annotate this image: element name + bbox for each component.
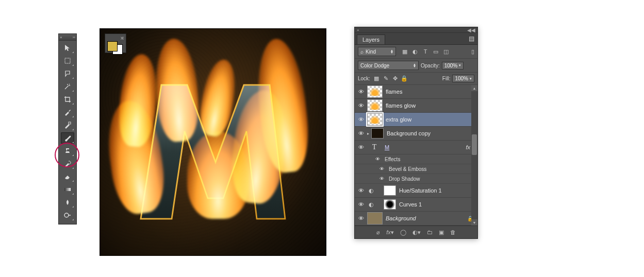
layer-thumbnail[interactable] [367,99,383,112]
effects-header[interactable]: 👁 Effects [355,154,477,164]
panel-tabs: Layers ▤ [355,33,477,45]
visibility-icon[interactable]: 👁 [355,201,367,207]
color-swatch-widget[interactable]: ⤭ [105,33,126,53]
search-icon: ⌕ [360,49,364,55]
tools-panel: × ›› [58,33,77,224]
collapse-icon[interactable]: ›› [73,35,75,40]
layers-list: 👁 flames 👁 flames glow 👁 extra glow 👁 ▸ … [355,85,477,226]
group-icon[interactable]: 🗀 [427,229,433,235]
layer-row[interactable]: 👁 flames glow [355,99,477,113]
fx-badge[interactable]: fx [466,144,470,150]
lasso-tool[interactable] [61,68,74,79]
move-tool[interactable] [61,42,74,54]
effect-name: Bevel & Emboss [389,166,426,172]
visibility-icon[interactable]: 👁 [355,102,367,109]
panel-titlebar[interactable]: × ◀◀ [355,27,477,33]
visibility-icon[interactable]: 👁 [355,116,367,123]
close-icon[interactable]: × [60,35,62,40]
visibility-icon[interactable]: 👁 [355,187,367,194]
layer-row[interactable]: 👁 ◐ Hue/Saturation 1 [355,184,477,198]
lock-position-icon[interactable]: ✥ [392,75,399,82]
swap-colors-icon[interactable]: ⤭ [120,36,124,41]
filter-kind-dropdown[interactable]: ⌕ Kind ▲▼ [358,47,396,56]
visibility-icon[interactable]: 👁 [355,130,367,136]
svg-rect-2 [64,188,71,191]
layer-name: Curves 1 [399,201,422,207]
layers-scrollbar[interactable]: ▲ ▼ [471,85,477,226]
opacity-value: 100% [444,63,458,68]
fill-input[interactable]: 100%▾ [452,75,474,82]
close-icon[interactable]: × [357,28,359,32]
filter-adjustment-icon[interactable]: ◐ [411,48,419,55]
svg-rect-1 [69,122,71,124]
effect-row[interactable]: 👁 Drop Shadow [355,174,477,184]
lock-row: Lock: ▩ ✎ ✥ 🔒 Fill: 100%▾ [355,73,477,85]
mask-thumbnail[interactable] [384,185,396,196]
eyedropper-tool[interactable] [61,107,74,118]
brush-tool[interactable] [61,132,74,144]
adjustment-icon: ◐ [367,186,375,195]
blend-mode-dropdown[interactable]: Color Dodge ▲▼ [358,61,419,70]
visibility-icon[interactable]: 👁 [379,176,389,181]
clone-stamp-tool[interactable] [61,145,74,157]
collapse-icon[interactable]: ◀◀ [467,27,475,33]
lock-all-icon[interactable]: 🔒 [401,75,408,82]
scroll-up-icon[interactable]: ▲ [471,85,477,91]
tab-layers[interactable]: Layers [357,34,385,44]
folder-disclosure-icon[interactable]: ▸ [367,131,369,136]
fill-label: Fill: [442,76,451,81]
visibility-icon[interactable]: 👁 [379,166,389,171]
visibility-icon[interactable]: 👁 [355,144,367,150]
delete-layer-icon[interactable]: 🗑 [450,229,456,235]
visibility-icon[interactable]: 👁 [355,215,367,221]
scrollbar-thumb[interactable] [472,134,477,155]
healing-brush-tool[interactable] [61,119,74,131]
panel-menu-icon[interactable]: ▤ [469,35,474,42]
layer-row[interactable]: 👁 extra glow [355,113,477,127]
lock-transparency-icon[interactable]: ▩ [373,75,380,82]
eraser-tool[interactable] [61,171,74,182]
lock-image-icon[interactable]: ✎ [383,75,389,82]
visibility-icon[interactable]: 👁 [355,89,367,95]
effects-label: Effects [385,157,400,162]
scroll-down-icon[interactable]: ▼ [471,219,477,226]
layer-row[interactable]: 👁 ▸ Background copy [355,127,477,141]
layer-thumbnail[interactable] [367,212,383,224]
layer-name: flames glow [386,102,416,109]
lock-label: Lock: [358,76,370,81]
link-layers-icon[interactable]: ⌀ [376,229,380,236]
document-canvas[interactable]: ⤭ [100,28,326,256]
layer-row[interactable]: 👁 flames [355,85,477,99]
opacity-input[interactable]: 100%▾ [442,62,464,70]
layer-style-icon[interactable]: fx▾ [386,229,394,236]
dodge-tool[interactable] [61,210,74,221]
layer-name: extra glow [386,116,411,123]
history-brush-tool[interactable] [61,158,74,169]
new-layer-icon[interactable]: ▣ [439,229,444,236]
foreground-swatch[interactable] [107,41,118,51]
layer-mask-icon[interactable]: ◯ [400,229,406,236]
effect-row[interactable]: 👁 Bevel & Emboss [355,164,477,174]
layer-thumbnail[interactable] [367,113,383,126]
visibility-icon[interactable]: 👁 [375,157,385,162]
adjustment-layer-icon[interactable]: ◐▾ [412,229,421,236]
filter-shape-icon[interactable]: ▭ [432,48,439,55]
gradient-tool[interactable] [61,184,74,195]
layer-name: M [385,144,389,150]
crop-tool[interactable] [61,94,74,105]
filter-type-icons: ▦ ◐ T ▭ ◫ [401,48,450,55]
smudge-tool[interactable] [61,197,74,208]
layer-row[interactable]: 👁 T M fx ▾ [355,141,477,154]
layer-row[interactable]: 👁 ◐ Curves 1 [355,198,477,212]
mask-thumbnail[interactable] [384,199,396,210]
opacity-label: Opacity: [421,63,440,68]
marquee-tool[interactable] [61,55,74,66]
filter-pixel-icon[interactable]: ▦ [401,48,408,55]
layer-row[interactable]: 👁 Background 🔒 [355,212,477,226]
layer-thumbnail[interactable] [367,85,383,98]
filter-toggle-icon[interactable]: ▯ [471,48,474,55]
filter-smart-icon[interactable]: ◫ [442,48,450,55]
filter-type-icon[interactable]: T [422,48,429,55]
layer-thumbnail[interactable] [371,128,384,138]
magic-wand-tool[interactable] [61,81,74,92]
